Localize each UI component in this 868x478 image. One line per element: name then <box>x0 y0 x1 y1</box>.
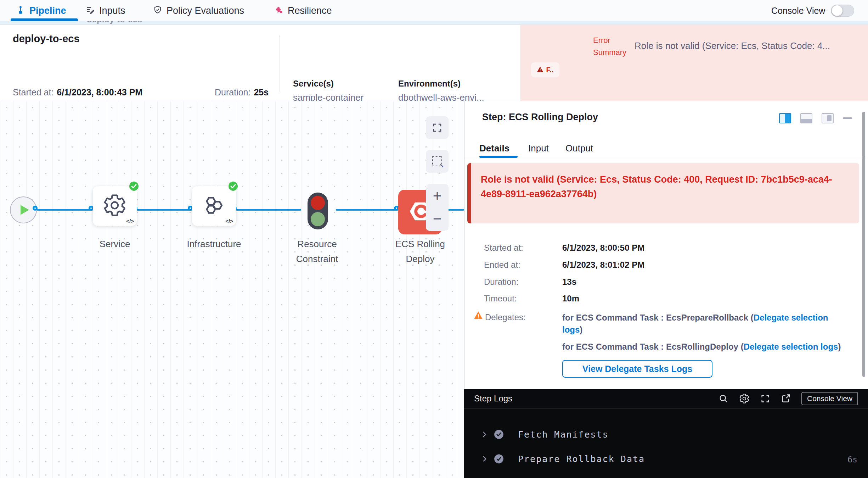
code-glyph: </> <box>126 218 134 224</box>
duration-label: Duration: <box>215 87 250 98</box>
services-label: Service(s) <box>293 79 334 89</box>
failed-status-badge: F.. <box>531 62 559 77</box>
log-success-check-icon <box>494 429 504 441</box>
start-node[interactable] <box>10 196 37 223</box>
app-root: Pipeline Inputs Policy Evaluations Resil… <box>0 0 868 478</box>
view-delegate-tasks-logs-button[interactable]: View Delegate Tasks Logs <box>562 360 712 378</box>
top-nav: Pipeline Inputs Policy Evaluations Resil… <box>0 0 868 21</box>
tab-input[interactable]: Input <box>528 143 549 154</box>
delegate-line2-prefix: for ECS Command Task : EcsRollingDeploy … <box>562 342 744 351</box>
tab-resilience[interactable]: Resilience <box>274 0 332 21</box>
toggle-knob <box>832 5 842 16</box>
play-icon <box>21 205 29 215</box>
tab-divider <box>464 158 868 158</box>
tab-policy-evaluations[interactable]: Policy Evaluations <box>153 0 244 21</box>
tab-pipeline-label: Pipeline <box>29 5 66 16</box>
layout-right-panel-icon[interactable] <box>779 113 791 123</box>
tab-inputs[interactable]: Inputs <box>86 0 125 21</box>
node-service[interactable]: </> <box>93 186 137 226</box>
execution-header: deploy-to-ecs Started at: 6/1/2023, 8:00… <box>0 24 868 101</box>
delegate-task-line-2: for ECS Command Task : EcsRollingDeploy … <box>562 341 846 353</box>
pipeline-icon <box>16 5 25 16</box>
zoom-in-button[interactable]: + <box>433 185 442 207</box>
log-section-duration: 6s <box>847 455 857 464</box>
log-settings-gear-icon[interactable] <box>739 393 750 404</box>
tab-details[interactable]: Details <box>479 143 509 154</box>
connector-line <box>137 209 192 211</box>
step-logs-title: Step Logs <box>474 394 512 404</box>
node-resource-constraint-label: Resource Constraint <box>282 237 353 266</box>
delegate-selection-logs-link[interactable]: Delegate selection logs <box>744 342 838 351</box>
log-section-prepare-rollback-data[interactable]: Prepare Rollback Data 6s <box>464 453 868 466</box>
delegates-warning-icon <box>474 311 483 321</box>
chevron-right-icon[interactable] <box>480 430 489 440</box>
fit-to-screen-button[interactable] <box>426 116 449 139</box>
log-search-icon[interactable] <box>718 394 728 404</box>
warning-triangle-icon <box>537 66 543 74</box>
node-infrastructure[interactable]: </> <box>192 186 236 226</box>
layout-bottom-panel-icon[interactable] <box>800 113 812 123</box>
traffic-red-light <box>311 196 325 210</box>
panel-scrollbar[interactable] <box>862 112 865 377</box>
inputs-icon <box>86 5 95 16</box>
chevron-right-icon[interactable] <box>480 455 489 465</box>
step-ended-label: Ended at: <box>484 260 520 270</box>
logs-console-view-button[interactable]: Console View <box>801 392 858 405</box>
delegate-selection-logs-link[interactable]: Delegate selection <box>754 313 828 322</box>
scrolled-content-strip: deploy-to-ecs <box>0 21 868 24</box>
failed-badge-text: F.. <box>546 66 553 74</box>
log-open-new-tab-icon[interactable] <box>781 394 791 404</box>
step-timeout-label: Timeout: <box>484 294 517 304</box>
pipeline-canvas[interactable]: </> Service </> Infrastructure Resource … <box>0 101 464 478</box>
connector-ring <box>33 206 38 211</box>
step-started-label: Started at: <box>484 243 523 253</box>
console-view-toggle[interactable] <box>831 5 854 17</box>
node-service-label: Service <box>82 237 147 251</box>
console-view-label: Console View <box>771 6 825 16</box>
hexagons-icon <box>202 193 226 219</box>
header-divider <box>279 35 280 91</box>
log-fullscreen-icon[interactable] <box>760 394 770 404</box>
node-ecs-rolling-deploy-label: ECS Rolling Deploy <box>392 237 449 266</box>
tab-output[interactable]: Output <box>565 143 593 154</box>
peek-text: deploy-to-ecs <box>87 21 142 24</box>
active-tab-underline <box>11 18 78 21</box>
delegate-line2-suffix: ) <box>838 342 841 351</box>
fullscreen-icon <box>432 122 443 133</box>
tab-resilience-label: Resilience <box>288 5 332 16</box>
shield-check-icon <box>153 5 162 16</box>
error-summary-zone: F.. Error Summary Role is not valid (Ser… <box>520 25 868 101</box>
node-infrastructure-label: Infrastructure <box>178 237 250 251</box>
minimize-panel-icon[interactable] <box>843 117 852 119</box>
delegate-selection-logs-link[interactable]: logs <box>562 325 580 334</box>
log-section-title: Prepare Rollback Data <box>518 454 645 464</box>
zoom-controls: + − <box>426 184 449 231</box>
step-timeout-value: 10m <box>562 294 579 304</box>
step-error-banner: Role is not valid (Service: Ecs, Status … <box>467 163 859 223</box>
tab-inputs-label: Inputs <box>99 5 125 16</box>
step-ended-value: 6/1/2023, 8:01:02 PM <box>562 260 644 270</box>
started-at-value: 6/1/2023, 8:00:43 PM <box>57 87 142 98</box>
environments-label: Environment(s) <box>398 79 461 89</box>
success-check-icon <box>128 180 140 193</box>
connector-line <box>236 209 301 211</box>
resilience-icon <box>274 5 283 16</box>
node-resource-constraint[interactable] <box>308 193 328 229</box>
log-section-fetch-manifests[interactable]: Fetch Manifests <box>464 429 868 441</box>
delegate-line1-prefix: for ECS Command Task : EcsPrepareRollbac… <box>562 313 754 322</box>
selection-mode-button[interactable]: ↘ <box>426 150 449 173</box>
traffic-green-light <box>311 212 325 226</box>
delegate-task-line-1: for ECS Command Task : EcsPrepareRollbac… <box>562 312 846 324</box>
step-logs-panel: Step Logs Console View <box>464 389 868 478</box>
step-panel-title: Step: ECS Rolling Deploy <box>482 112 598 123</box>
step-duration-value: 13s <box>562 277 576 287</box>
layout-floating-panel-icon[interactable] <box>822 113 834 123</box>
tab-pipeline[interactable]: Pipeline <box>16 0 66 21</box>
delegate-line1-suffix: ) <box>580 325 582 334</box>
started-at-row: Started at: 6/1/2023, 8:00:43 PM <box>13 87 142 98</box>
step-started-value: 6/1/2023, 8:00:50 PM <box>562 243 644 253</box>
connector-line <box>37 209 93 211</box>
zoom-out-button[interactable]: − <box>433 208 442 229</box>
error-summary-label: Error Summary <box>593 34 636 59</box>
gear-icon <box>103 193 127 219</box>
